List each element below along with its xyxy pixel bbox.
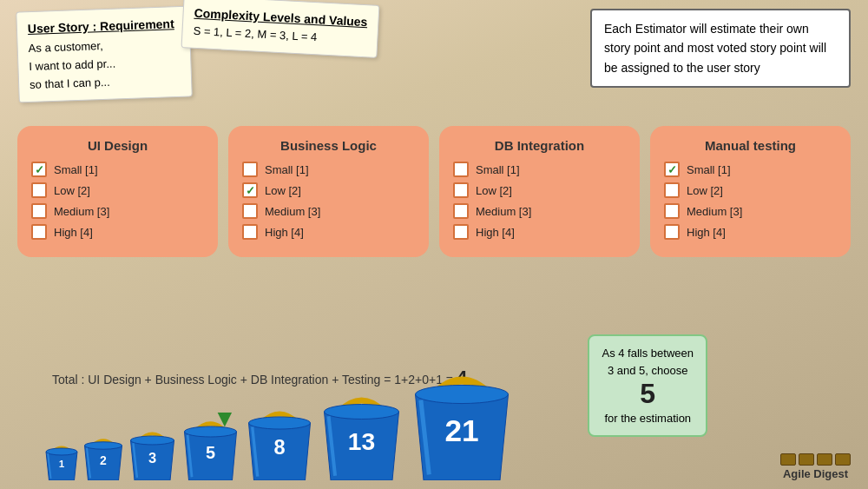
bucket-2: 3 [127, 426, 178, 480]
checkbox-2-1[interactable] [453, 182, 469, 198]
checkbox-label-3-3: High [4] [687, 226, 726, 239]
checkbox-2-0[interactable] [453, 162, 469, 177]
checkbox-3-0[interactable] [664, 162, 680, 177]
checkbox-0-0[interactable] [31, 162, 47, 177]
card-title-2: DB Integration [453, 138, 626, 153]
result-box: As 4 falls between 3 and 5, choose 5 for… [588, 334, 707, 437]
top-section: User Story : Requirement As a customer, … [0, 9, 868, 100]
agile-icon-1 [780, 453, 796, 466]
svg-text:13: 13 [348, 427, 375, 455]
svg-text:8: 8 [273, 436, 285, 459]
checkbox-0-1[interactable] [31, 182, 47, 198]
user-story-title: User Story : Requirement [28, 14, 180, 38]
info-text: Each Estimator will estimate their own s… [604, 22, 826, 75]
bucket-wrap-1: 2 [82, 434, 125, 480]
bucket-wrap-4: 8 [243, 404, 316, 480]
checkbox-3-1[interactable] [664, 182, 680, 198]
checkbox-label-0-3: High [4] [54, 226, 93, 239]
complexity-card: Complexity Levels and Values S = 1, L = … [181, 0, 380, 58]
buckets-container: 1 2 [43, 366, 516, 480]
checkbox-row-3-1[interactable]: Low [2] [664, 182, 837, 198]
checkbox-label-1-0: Small [1] [265, 163, 309, 176]
checkbox-row-0-0[interactable]: Small [1] [31, 162, 204, 177]
estimation-card-2: DB IntegrationSmall [1]Low [2]Medium [3]… [439, 126, 640, 257]
svg-text:1: 1 [59, 458, 65, 469]
checkbox-row-0-2[interactable]: Medium [3] [31, 203, 204, 219]
result-line1: As 4 falls between [602, 345, 694, 362]
checkbox-row-1-1[interactable]: Low [2] [242, 182, 415, 198]
checkbox-label-2-3: High [4] [476, 226, 515, 239]
checkbox-1-1[interactable] [242, 182, 258, 198]
checkbox-label-1-2: Medium [3] [265, 205, 320, 218]
checkbox-label-3-0: Small [1] [687, 163, 731, 176]
checkbox-3-2[interactable] [664, 203, 680, 219]
result-line3: for the estimation [602, 410, 694, 427]
bucket-wrap-2: 3 [127, 426, 178, 480]
checkbox-1-0[interactable] [242, 162, 258, 177]
estimation-card-0: UI DesignSmall [1]Low [2]Medium [3]High … [17, 126, 218, 257]
bucket-0: 1 [43, 442, 80, 480]
checkbox-0-3[interactable] [31, 224, 47, 240]
user-story-card: User Story : Requirement As a customer, … [16, 6, 193, 103]
checkbox-row-1-3[interactable]: High [4] [242, 224, 415, 240]
agile-icon-4 [835, 453, 851, 466]
bucket-wrap-3: 5 [180, 415, 241, 480]
info-box: Each Estimator will estimate their own s… [590, 9, 851, 88]
bucket-6: 21 [407, 366, 516, 480]
svg-point-8 [249, 417, 311, 429]
card-title-0: UI Design [31, 138, 204, 153]
checkbox-label-0-1: Low [2] [54, 184, 90, 197]
bucket-wrap-0: 1 [43, 442, 80, 480]
checkbox-1-2[interactable] [242, 203, 258, 219]
bucket-5: 13 [318, 388, 405, 480]
checkbox-row-0-1[interactable]: Low [2] [31, 182, 204, 198]
checkbox-label-0-2: Medium [3] [54, 205, 109, 218]
checkbox-row-3-0[interactable]: Small [1] [664, 162, 837, 177]
bucket-4: 8 [243, 404, 316, 480]
checkbox-label-3-2: Medium [3] [687, 205, 742, 218]
svg-text:21: 21 [444, 413, 478, 447]
checkbox-row-3-2[interactable]: Medium [3] [664, 203, 837, 219]
checkbox-label-2-1: Low [2] [476, 184, 512, 197]
svg-point-2 [85, 442, 122, 449]
checkbox-label-1-3: High [4] [265, 226, 304, 239]
checkbox-3-3[interactable] [664, 224, 680, 240]
checkbox-row-2-3[interactable]: High [4] [453, 224, 626, 240]
checkbox-2-2[interactable] [453, 203, 469, 219]
checkbox-row-2-0[interactable]: Small [1] [453, 162, 626, 177]
estimation-card-1: Business LogicSmall [1]Low [2]Medium [3]… [228, 126, 429, 257]
svg-point-10 [325, 405, 399, 420]
bucket-1: 2 [82, 434, 125, 480]
result-line2: 3 and 5, choose [602, 362, 694, 380]
checkbox-row-1-2[interactable]: Medium [3] [242, 203, 415, 219]
checkbox-row-2-1[interactable]: Low [2] [453, 182, 626, 198]
svg-point-12 [416, 385, 509, 403]
checkbox-1-3[interactable] [242, 224, 258, 240]
result-number: 5 [602, 379, 694, 409]
card-title-3: Manual testing [664, 138, 837, 153]
svg-point-0 [46, 448, 77, 455]
checkbox-label-1-1: Low [2] [265, 184, 301, 197]
bucket-wrap-6: 21 [407, 366, 516, 480]
svg-text:2: 2 [100, 453, 107, 467]
estimation-card-3: Manual testingSmall [1]Low [2]Medium [3]… [650, 126, 851, 257]
cards-section: UI DesignSmall [1]Low [2]Medium [3]High … [17, 126, 851, 257]
checkbox-row-0-3[interactable]: High [4] [31, 224, 204, 240]
svg-text:5: 5 [206, 443, 215, 462]
checkbox-row-1-0[interactable]: Small [1] [242, 162, 415, 177]
checkbox-row-3-3[interactable]: High [4] [664, 224, 837, 240]
checkbox-2-3[interactable] [453, 224, 469, 240]
agile-digest-label: Agile Digest [783, 467, 848, 480]
svg-text:3: 3 [148, 450, 156, 466]
checkbox-row-2-2[interactable]: Medium [3] [453, 203, 626, 219]
checkbox-label-2-0: Small [1] [476, 163, 520, 176]
bucket-wrap-5: 13 [318, 388, 405, 480]
svg-point-4 [131, 436, 174, 445]
checkbox-0-2[interactable] [31, 203, 47, 219]
card-title-1: Business Logic [242, 138, 415, 153]
checkbox-label-3-1: Low [2] [687, 184, 723, 197]
agile-digest: Agile Digest [780, 453, 851, 480]
svg-point-6 [185, 426, 237, 437]
bucket-3: 5 [180, 415, 241, 480]
agile-icon-2 [799, 453, 814, 466]
